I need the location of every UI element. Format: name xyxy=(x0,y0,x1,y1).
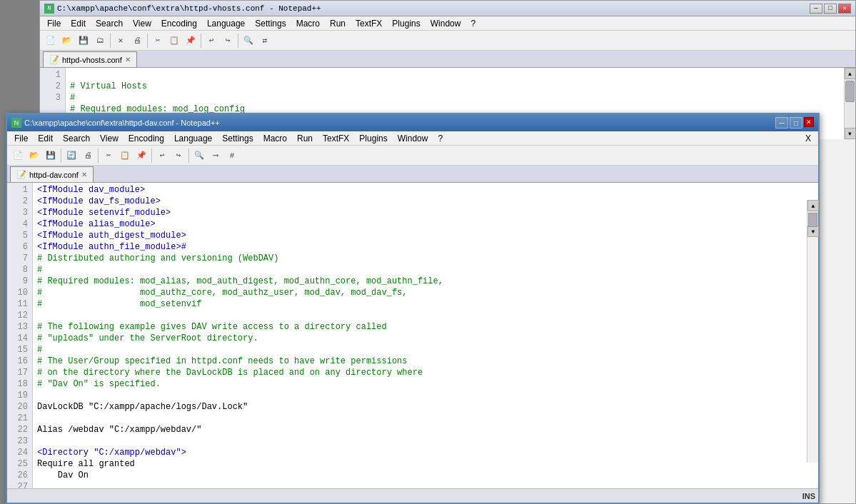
fg-cut-btn[interactable]: ✂ xyxy=(101,148,116,163)
fg-new-btn[interactable]: 📄 xyxy=(10,148,26,163)
bg-menu-encoding[interactable]: Encoding xyxy=(157,18,201,29)
fg-tab-dav[interactable]: 📝 httpd-dav.conf ✕ xyxy=(10,166,94,182)
bg-menu-run[interactable]: Run xyxy=(326,18,350,29)
fg-ln-2: 2 xyxy=(11,196,28,207)
fg-reload-btn[interactable]: 🔄 xyxy=(64,148,79,163)
fg-line-12 xyxy=(37,311,42,321)
fg-window: N C:\xampp\apache\conf\extra\httpd-dav.c… xyxy=(6,113,820,504)
fg-ln-14: 14 xyxy=(11,333,28,344)
bg-menu-view[interactable]: View xyxy=(129,18,156,29)
fg-save-btn[interactable]: 💾 xyxy=(43,148,59,163)
fg-copy-btn[interactable]: 📋 xyxy=(117,148,133,163)
bg-line-num-2: 2 xyxy=(44,81,61,92)
bg-scrollbar-v[interactable]: ▲ ▼ xyxy=(844,68,855,139)
bg-saveall-btn[interactable]: 🗂 xyxy=(92,33,108,49)
fg-maximize-button[interactable]: □ xyxy=(790,117,802,128)
bg-cut-btn[interactable]: ✂ xyxy=(150,33,166,49)
bg-sb-track[interactable] xyxy=(845,79,855,128)
bg-menu-textfx[interactable]: TextFX xyxy=(351,18,386,29)
bg-close-doc-btn[interactable]: ✕ xyxy=(113,33,129,49)
fg-code-area[interactable]: 1 2 3 4 5 6 7 8 9 10 11 12 13 14 15 16 1… xyxy=(7,183,818,488)
bg-sb-thumb[interactable] xyxy=(845,81,855,102)
bg-sb-up[interactable]: ▲ xyxy=(845,68,856,79)
bg-tab-vhosts[interactable]: 📝 httpd-vhosts.conf ✕ xyxy=(43,51,137,67)
bg-win-controls[interactable]: ─ □ ✕ xyxy=(810,4,851,14)
fg-print-btn[interactable]: 🖨 xyxy=(80,148,96,163)
bg-maximize-button[interactable]: □ xyxy=(824,4,837,14)
bg-open-btn[interactable]: 📂 xyxy=(59,33,75,49)
bg-close-button[interactable]: ✕ xyxy=(838,4,851,14)
fg-line-26: Dav On xyxy=(37,470,89,480)
fg-line-6: <IfModule authn_file_module># xyxy=(37,242,186,252)
fg-paste-btn[interactable]: 📌 xyxy=(134,148,149,163)
fg-menu-search[interactable]: Search xyxy=(59,133,94,144)
fg-menu-view[interactable]: View xyxy=(96,133,123,144)
bg-print-btn[interactable]: 🖨 xyxy=(129,33,145,49)
fg-ln-4: 4 xyxy=(11,218,28,230)
bg-tab-close[interactable]: ✕ xyxy=(125,56,131,64)
fg-menu-help[interactable]: ? xyxy=(433,133,447,144)
fg-sb-down[interactable]: ▼ xyxy=(807,226,819,237)
fg-menu-window[interactable]: Window xyxy=(393,133,433,144)
fg-redo-btn[interactable]: ↪ xyxy=(171,148,186,163)
bg-redo-btn[interactable]: ↪ xyxy=(220,33,236,49)
fg-line-numbers: 1 2 3 4 5 6 7 8 9 10 11 12 13 14 15 16 1… xyxy=(7,183,33,488)
fg-ln-5: 5 xyxy=(11,230,28,241)
fg-ln-26: 26 xyxy=(11,470,28,481)
fg-sb-track[interactable] xyxy=(807,211,818,226)
fg-line-7: # Distributed authoring and versioning (… xyxy=(37,253,278,263)
fg-sb-up[interactable]: ▲ xyxy=(807,200,819,211)
bg-menu-window[interactable]: Window xyxy=(426,18,465,29)
fg-titlebar: N C:\xampp\apache\conf\extra\httpd-dav.c… xyxy=(7,114,818,131)
bg-menu-macro[interactable]: Macro xyxy=(292,18,324,29)
fg-tab-close[interactable]: ✕ xyxy=(81,171,87,178)
bg-menu-edit[interactable]: Edit xyxy=(66,18,90,29)
fg-sb-thumb[interactable] xyxy=(808,213,817,227)
fg-linenums-btn[interactable]: # xyxy=(224,148,240,163)
fg-menu-language[interactable]: Language xyxy=(170,133,216,144)
bg-replace-btn[interactable]: ⇄ xyxy=(257,33,273,49)
fg-line-3: <IfModule setenvif_module> xyxy=(37,208,171,218)
fg-menu-x[interactable]: X xyxy=(801,133,815,144)
fg-undo-btn[interactable]: ↩ xyxy=(154,148,170,163)
bg-menu-help[interactable]: ? xyxy=(466,18,480,29)
bg-undo-btn[interactable]: ↩ xyxy=(203,33,219,49)
bg-tab-bar: 📝 httpd-vhosts.conf ✕ xyxy=(40,51,855,68)
bg-menu-plugins[interactable]: Plugins xyxy=(388,18,424,29)
fg-minimize-button[interactable]: ─ xyxy=(775,117,788,128)
bg-sb-down[interactable]: ▼ xyxy=(845,128,856,139)
fg-find-next-btn[interactable]: ⟶ xyxy=(208,148,223,163)
fg-menu-plugins[interactable]: Plugins xyxy=(355,133,391,144)
fg-menu-run[interactable]: Run xyxy=(293,133,317,144)
bg-minimize-button[interactable]: ─ xyxy=(810,4,822,14)
bg-code-line-1: # Virtual Hosts xyxy=(70,81,147,91)
fg-menu-encoding[interactable]: Encoding xyxy=(124,133,168,144)
fg-find-btn[interactable]: 🔍 xyxy=(191,148,207,163)
fg-line-15: # xyxy=(37,345,42,355)
bg-find-btn[interactable]: 🔍 xyxy=(241,33,256,49)
fg-menu-settings[interactable]: Settings xyxy=(218,133,257,144)
fg-code-content[interactable]: <IfModule dav_module> <IfModule dav_fs_m… xyxy=(33,183,818,488)
fg-menu-textfx[interactable]: TextFX xyxy=(318,133,353,144)
fg-ln-8: 8 xyxy=(11,264,28,276)
bg-menu-search[interactable]: Search xyxy=(91,18,127,29)
bg-copy-btn[interactable]: 📋 xyxy=(166,33,182,49)
fg-menu-edit[interactable]: Edit xyxy=(34,133,57,144)
fg-line-9: # Required modules: mod_alias, mod_auth_… xyxy=(37,276,443,286)
bg-save-btn[interactable]: 💾 xyxy=(76,33,91,49)
fg-sep2 xyxy=(98,148,99,163)
bg-menu-file[interactable]: File xyxy=(43,18,65,29)
bg-menu-settings[interactable]: Settings xyxy=(251,18,290,29)
bg-menu-language[interactable]: Language xyxy=(203,18,249,29)
bg-new-btn[interactable]: 📄 xyxy=(43,33,59,49)
bg-line-num-1: 1 xyxy=(44,69,61,81)
fg-menu-macro[interactable]: Macro xyxy=(259,133,291,144)
fg-menu-file[interactable]: File xyxy=(10,133,32,144)
bg-paste-btn[interactable]: 📌 xyxy=(183,33,198,49)
fg-open-btn[interactable]: 📂 xyxy=(26,148,42,163)
fg-line-1: <IfModule dav_module> xyxy=(37,185,145,195)
fg-line-16: # The User/Group specified in httpd.conf… xyxy=(37,356,407,366)
fg-scrollbar-v[interactable]: ▲ ▼ xyxy=(807,200,818,463)
fg-close-button[interactable]: ✕ xyxy=(804,117,814,127)
fg-win-controls[interactable]: ─ □ ✕ xyxy=(775,117,814,128)
